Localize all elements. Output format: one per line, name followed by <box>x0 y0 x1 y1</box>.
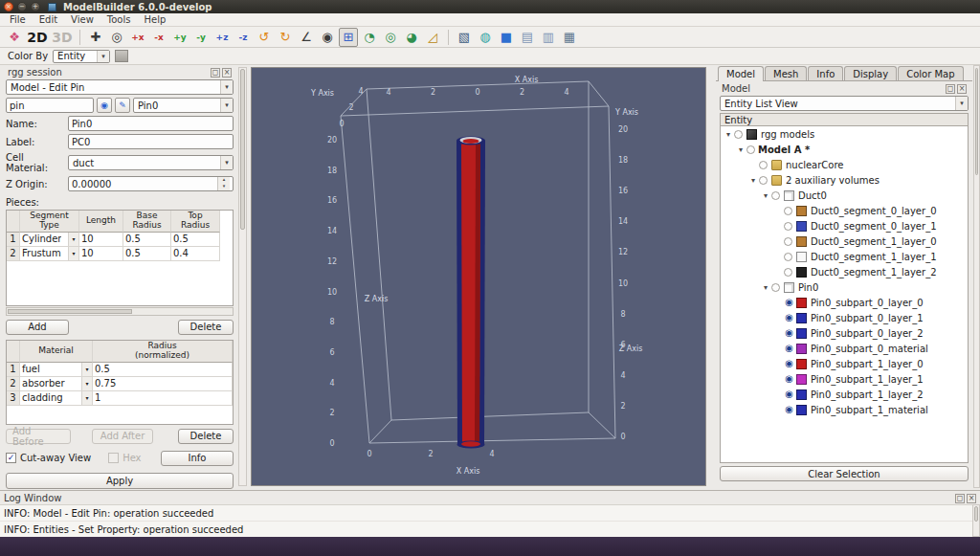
tree-row[interactable]: Duct0_segment_1_layer_0 <box>721 234 968 249</box>
segment-type-cell[interactable]: Frustum▾ <box>20 247 79 261</box>
pin-select-combobox[interactable]: Pin0 ▾ <box>133 98 234 113</box>
window-close-button[interactable]: × <box>4 2 13 11</box>
menu-file[interactable]: File <box>3 14 33 25</box>
tab-model[interactable]: Model <box>718 66 764 81</box>
expander-icon[interactable]: ▾ <box>761 283 770 292</box>
orientation-axes-icon[interactable]: ◔ <box>360 28 379 47</box>
float-panel-icon[interactable]: ◻ <box>955 494 965 503</box>
material-cell[interactable]: cladding▾ <box>20 391 93 406</box>
reset-center-icon[interactable]: ◕ <box>402 28 421 47</box>
wireframe-cube-icon[interactable]: ▦ <box>560 28 579 47</box>
menu-edit[interactable]: Edit <box>33 14 64 25</box>
rotate-90-cw-icon[interactable]: ↻ <box>276 28 295 47</box>
visibility-eye-icon[interactable]: ◉ <box>783 311 795 324</box>
tree-row[interactable]: ▾Model A * <box>721 142 968 157</box>
view-plus-x-icon[interactable]: +x <box>128 28 147 47</box>
window-minimize-button[interactable]: − <box>17 2 27 11</box>
material-cell[interactable]: absorber▾ <box>20 377 93 391</box>
colorby-combobox[interactable]: Entity ▾ <box>53 50 110 63</box>
tree-row[interactable]: ◉Pin0_subpart_1_layer_0 <box>721 356 968 371</box>
menu-tools[interactable]: Tools <box>100 14 138 25</box>
pin-name-field[interactable]: pin <box>6 98 94 113</box>
view-minus-x-icon[interactable]: -x <box>149 28 168 47</box>
tree-row[interactable]: nuclearCore <box>721 157 968 172</box>
rotation-center-icon[interactable]: ◎ <box>381 28 400 47</box>
spinner-arrows[interactable]: ▴ ▾ <box>217 177 230 190</box>
tab-mesh[interactable]: Mesh <box>765 66 807 80</box>
menu-view[interactable]: View <box>64 14 100 25</box>
pieces-hscrollbar[interactable] <box>6 307 234 316</box>
connect-icon[interactable]: ❖ <box>5 28 24 47</box>
view-minus-y-icon[interactable]: -y <box>191 28 211 47</box>
base-radius-cell[interactable]: 0.5 <box>123 233 171 247</box>
expander-icon[interactable]: ▾ <box>736 145 746 154</box>
visibility-circle-icon[interactable] <box>784 207 792 215</box>
tree-row[interactable]: ◉Pin0_subpart_1_material <box>721 402 968 417</box>
length-cell[interactable]: 10 <box>79 233 123 247</box>
pin-color-icon-button[interactable]: ◉ <box>97 98 112 113</box>
expander-icon[interactable]: ▾ <box>761 191 770 200</box>
tree-row[interactable]: ▾Duct0 <box>721 188 968 203</box>
tree-row[interactable]: ◉Pin0_subpart_1_layer_1 <box>721 371 968 387</box>
length-cell[interactable]: 10 <box>79 247 123 261</box>
measure-icon[interactable]: ◿ <box>423 28 442 47</box>
select-face-icon[interactable]: ■ <box>497 28 516 47</box>
top-radius-cell[interactable]: 0.4 <box>171 247 220 261</box>
close-panel-icon[interactable]: × <box>222 68 232 78</box>
tab-info[interactable]: Info <box>808 66 843 80</box>
tree-row[interactable]: ▾Pin0 <box>721 279 968 295</box>
edit-mode-combobox[interactable]: Model - Edit Pin ▾ <box>6 79 234 95</box>
visibility-circle-icon[interactable] <box>759 176 768 185</box>
label-input[interactable]: PC0 <box>68 134 234 149</box>
top-radius-cell[interactable]: 0.5 <box>171 233 220 247</box>
visibility-circle-icon[interactable] <box>784 237 792 246</box>
menu-help[interactable]: Help <box>137 14 172 25</box>
radius-cell[interactable]: 1 <box>93 391 233 406</box>
visibility-eye-icon[interactable]: ◉ <box>783 296 795 309</box>
tree-row[interactable]: ▾2 auxiliary volumes <box>721 172 968 188</box>
tree-row[interactable]: ◉Pin0_subpart_1_layer_2 <box>721 387 968 402</box>
rotate-90-ccw-icon[interactable]: ↺ <box>255 28 274 47</box>
z-origin-spinbox[interactable]: 0.00000 ▴ ▾ <box>68 176 234 191</box>
visibility-circle-icon[interactable] <box>784 253 792 261</box>
delete-segment-button[interactable]: Delete <box>178 320 234 335</box>
tree-row[interactable]: ◉Pin0_subpart_0_layer_1 <box>721 310 968 325</box>
visibility-circle-icon[interactable] <box>759 161 768 169</box>
visibility-circle-icon[interactable] <box>784 268 792 277</box>
visibility-circle-icon[interactable] <box>771 191 780 200</box>
select-volume-icon[interactable]: ◍ <box>476 28 495 47</box>
tree-row[interactable]: Duct0_segment_1_layer_2 <box>721 264 968 279</box>
visibility-eye-icon[interactable]: ◉ <box>783 326 795 340</box>
reset-camera-icon[interactable]: ✚ <box>86 28 105 47</box>
log-scrollbar[interactable] <box>972 504 980 537</box>
expander-icon[interactable]: ▾ <box>748 176 758 185</box>
visibility-circle-icon[interactable] <box>734 130 743 139</box>
tree-row[interactable]: Duct0_segment_0_layer_1 <box>721 218 968 234</box>
expander-icon[interactable]: ▾ <box>724 130 733 139</box>
info-button[interactable]: Info <box>161 451 234 466</box>
visibility-circle-icon[interactable] <box>771 283 780 292</box>
add-before-button[interactable]: Add Before <box>6 429 71 444</box>
float-panel-icon[interactable]: ◻ <box>946 84 955 94</box>
visibility-eye-icon[interactable]: ◉ <box>783 388 795 401</box>
visibility-eye-icon[interactable]: ◉ <box>783 372 795 386</box>
zoom-closest-icon[interactable]: ◉ <box>318 28 337 47</box>
close-panel-icon[interactable]: × <box>957 84 967 94</box>
visibility-eye-icon[interactable]: ◉ <box>783 403 795 416</box>
rotate-angle-icon[interactable]: ∠ <box>297 28 316 47</box>
visibility-eye-icon[interactable]: ◉ <box>783 357 795 370</box>
visibility-eye-icon[interactable]: ◉ <box>783 342 795 355</box>
select-vertex-icon[interactable]: ▥ <box>539 28 558 47</box>
float-panel-icon[interactable]: ◻ <box>211 68 220 78</box>
mode-2d-button[interactable]: 2D <box>26 28 49 47</box>
base-radius-cell[interactable]: 0.5 <box>123 247 171 261</box>
name-input[interactable]: Pin0 <box>68 116 234 131</box>
add-after-button[interactable]: Add After <box>92 429 153 444</box>
visibility-circle-icon[interactable] <box>784 222 792 231</box>
grid-snap-icon[interactable]: ⊞ <box>339 28 358 47</box>
pin-edit-icon-button[interactable]: ✎ <box>115 98 130 113</box>
view-minus-z-icon[interactable]: -z <box>234 28 253 47</box>
tree-row[interactable]: Duct0_segment_1_layer_1 <box>721 249 968 264</box>
radius-cell[interactable]: 0.5 <box>93 363 233 377</box>
tree-row[interactable]: ◉Pin0_subpart_0_layer_0 <box>721 295 968 310</box>
